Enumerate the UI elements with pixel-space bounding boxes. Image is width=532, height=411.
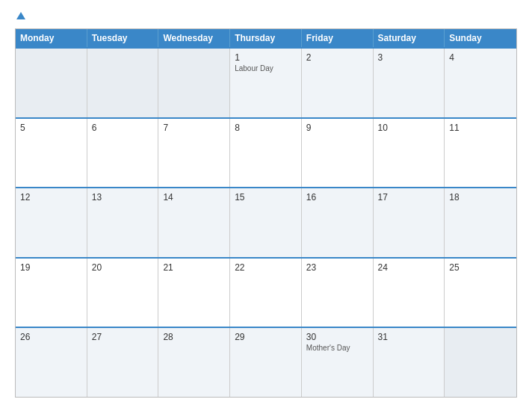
day-cell: 2 (302, 49, 374, 117)
day-cell: 26 (16, 328, 87, 397)
day-cell: 5 (16, 119, 87, 188)
header (15, 13, 517, 21)
day-header-wednesday: Wednesday (158, 29, 230, 47)
week-row-4: 19202122232425 (16, 257, 516, 327)
day-header-tuesday: Tuesday (87, 29, 159, 47)
day-cell: 22 (230, 259, 302, 327)
day-cell: 9 (302, 119, 374, 188)
day-number: 3 (378, 52, 440, 63)
day-cell (87, 49, 159, 117)
day-cell: 28 (158, 328, 230, 397)
calendar-header: MondayTuesdayWednesdayThursdayFridaySatu… (16, 29, 516, 47)
day-number: 8 (235, 123, 297, 133)
day-number: 22 (235, 262, 297, 273)
logo-triangle-icon (16, 12, 25, 19)
day-number: 1 (235, 52, 297, 63)
day-number: 18 (449, 192, 512, 203)
day-cell (445, 328, 516, 397)
day-number: 27 (92, 332, 154, 342)
day-number: 6 (92, 123, 154, 133)
day-number: 15 (235, 192, 297, 203)
day-cell: 27 (87, 328, 159, 397)
day-cell: 18 (445, 188, 516, 257)
day-number: 31 (378, 332, 440, 342)
day-cell: 30Mother's Day (302, 328, 374, 397)
day-cell: 13 (87, 188, 159, 257)
day-number: 17 (378, 192, 440, 203)
day-cell: 21 (158, 259, 230, 327)
day-header-thursday: Thursday (230, 29, 302, 47)
day-header-saturday: Saturday (374, 29, 445, 47)
day-number: 24 (378, 262, 440, 273)
day-number: 26 (20, 332, 82, 342)
day-number: 10 (378, 123, 440, 133)
day-cell: 29 (230, 328, 302, 397)
day-number: 21 (163, 262, 225, 273)
day-number: 29 (235, 332, 297, 342)
day-cell: 25 (445, 259, 516, 327)
day-cell: 23 (302, 259, 374, 327)
day-cell: 31 (374, 328, 445, 397)
calendar-grid: MondayTuesdayWednesdayThursdayFridaySatu… (15, 28, 517, 398)
day-number: 7 (163, 123, 225, 133)
calendar-page: MondayTuesdayWednesdayThursdayFridaySatu… (0, 0, 532, 411)
calendar-body: 1Labour Day23456789101112131415161718192… (16, 47, 516, 397)
day-cell (158, 49, 230, 117)
day-header-monday: Monday (16, 29, 87, 47)
day-cell: 11 (445, 119, 516, 188)
day-header-friday: Friday (302, 29, 374, 47)
week-row-1: 1Labour Day234 (16, 47, 516, 117)
day-cell: 10 (374, 119, 445, 188)
day-number: 11 (449, 123, 512, 133)
day-number: 13 (92, 192, 154, 203)
day-cell: 20 (87, 259, 159, 327)
day-number: 5 (20, 123, 82, 133)
day-number: 19 (20, 262, 82, 273)
day-cell: 4 (445, 49, 516, 117)
week-row-3: 12131415161718 (16, 187, 516, 257)
day-number: 4 (449, 52, 512, 63)
day-number: 2 (306, 52, 368, 63)
day-cell: 16 (302, 188, 374, 257)
day-cell: 3 (374, 49, 445, 117)
day-cell: 15 (230, 188, 302, 257)
day-cell (16, 49, 87, 117)
day-number: 16 (306, 192, 368, 203)
day-number: 23 (306, 262, 368, 273)
week-row-5: 2627282930Mother's Day31 (16, 327, 516, 397)
day-number: 25 (449, 262, 512, 273)
day-cell: 24 (374, 259, 445, 327)
day-cell: 7 (158, 119, 230, 188)
day-number: 12 (20, 192, 82, 203)
day-number: 20 (92, 262, 154, 273)
day-event: Mother's Day (306, 344, 368, 352)
day-cell: 1Labour Day (230, 49, 302, 117)
day-cell: 6 (87, 119, 159, 188)
day-number: 30 (306, 332, 368, 342)
day-header-sunday: Sunday (445, 29, 516, 47)
day-event: Labour Day (235, 64, 297, 72)
day-cell: 19 (16, 259, 87, 327)
day-cell: 8 (230, 119, 302, 188)
day-number: 14 (163, 192, 225, 203)
day-number: 28 (163, 332, 225, 342)
day-cell: 17 (374, 188, 445, 257)
day-cell: 14 (158, 188, 230, 257)
day-number: 9 (306, 123, 368, 133)
week-row-2: 567891011 (16, 117, 516, 188)
day-cell: 12 (16, 188, 87, 257)
logo (15, 13, 25, 21)
